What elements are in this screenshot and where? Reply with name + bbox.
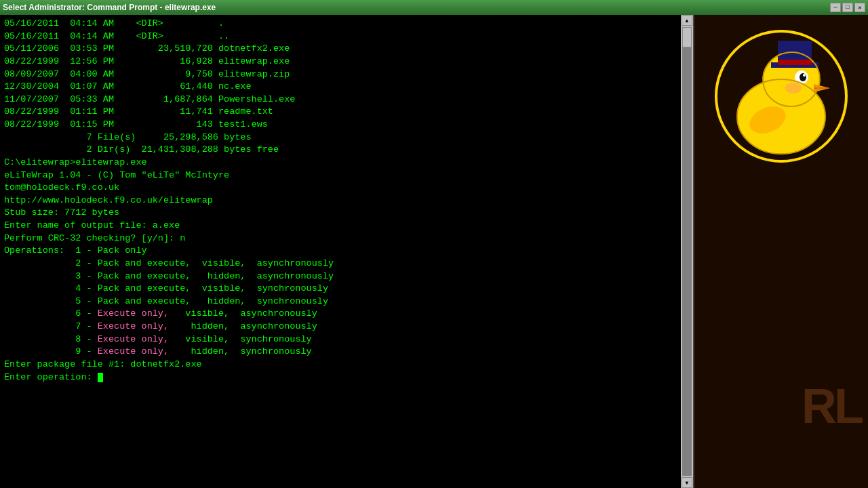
- scrollbar[interactable]: ▲ ▼: [681, 15, 693, 488]
- terminal-line: 11/07/2007 05:33 AM 1,687,864 Powershell…: [4, 94, 689, 106]
- scroll-up-button[interactable]: ▲: [682, 15, 692, 26]
- highlight-text: Execute only,: [98, 321, 169, 331]
- terminal-line: Enter name of output file: a.exe: [4, 220, 689, 232]
- terminal-window[interactable]: 05/16/2011 04:14 AM <DIR> .05/16/2011 04…: [0, 15, 694, 488]
- right-panel: RL: [694, 15, 868, 488]
- terminal-line: 05/16/2011 04:14 AM <DIR> .: [4, 18, 689, 30]
- terminal-line: 4 - Pack and execute, visible, synchrono…: [4, 283, 689, 296]
- terminal-line: 08/22/1999 01:11 PM 11,741 readme.txt: [4, 106, 689, 119]
- terminal-line: 7 - Execute only, hidden, asynchronously: [4, 321, 689, 333]
- terminal-cursor: [98, 373, 103, 382]
- terminal-line: eLiTeWrap 1.04 - (C) Tom "eLiTe" McIntyr…: [4, 169, 689, 182]
- terminal-line: C:\elitewrap>elitewrap.exe: [4, 157, 689, 169]
- terminal-line: 12/30/2004 01:07 AM 61,440 nc.exe: [4, 81, 689, 94]
- terminal-line: 2 Dir(s) 21,431,308,288 bytes free: [4, 144, 689, 157]
- title-bar: Select Administrator: Command Prompt - e…: [0, 0, 868, 15]
- terminal-line: tom@holodeck.f9.co.uk: [4, 182, 689, 195]
- terminal-line: Perform CRC-32 checking? [y/n]: n: [4, 232, 689, 245]
- highlight-text: Execute only,: [98, 334, 169, 344]
- scroll-track[interactable]: [682, 27, 692, 476]
- terminal-line: Enter package file #1: dotnetfx2.exe: [4, 359, 689, 371]
- window-title: Select Administrator: Command Prompt - e…: [3, 3, 216, 12]
- terminal-line: 08/22/1999 12:56 PM 16,928 elitewrap.exe: [4, 56, 689, 68]
- terminal-line: 08/09/2007 04:00 AM 9,750 elitewrap.zip: [4, 68, 689, 81]
- window-controls: ─ □ ✕: [830, 3, 865, 12]
- scroll-thumb[interactable]: [682, 27, 692, 47]
- duck-illustration: [713, 28, 849, 164]
- terminal-line: 7 File(s) 25,298,586 bytes: [4, 131, 689, 144]
- close-button[interactable]: ✕: [854, 3, 865, 12]
- terminal-line: Enter operation:: [4, 371, 689, 384]
- main-layout: 05/16/2011 04:14 AM <DIR> .05/16/2011 04…: [0, 15, 868, 488]
- highlight-text: Execute only,: [98, 308, 169, 319]
- terminal-line: 9 - Execute only, hidden, synchronously: [4, 346, 689, 359]
- highlight-text: Execute only,: [98, 346, 169, 357]
- terminal-content: 05/16/2011 04:14 AM <DIR> .05/16/2011 04…: [0, 15, 693, 488]
- terminal-line: http://www.holodeck.f9.co.uk/elitewrap: [4, 195, 689, 207]
- restore-button[interactable]: □: [842, 3, 853, 12]
- terminal-line: 3 - Pack and execute, hidden, asynchrono…: [4, 270, 689, 283]
- terminal-line: 05/16/2011 04:14 AM <DIR> ..: [4, 30, 689, 43]
- terminal-line: 2 - Pack and execute, visible, asynchron…: [4, 258, 689, 270]
- terminal-line: 6 - Execute only, visible, asynchronousl…: [4, 308, 689, 321]
- terminal-line: Stub size: 7712 bytes: [4, 207, 689, 220]
- duck-canvas: [713, 28, 849, 164]
- minimize-button[interactable]: ─: [830, 3, 841, 12]
- watermark-text: RL: [802, 378, 861, 434]
- terminal-line: 05/11/2006 03:53 PM 23,510,720 dotnetfx2…: [4, 43, 689, 56]
- terminal-line: 5 - Pack and execute, hidden, synchronou…: [4, 296, 689, 308]
- terminal-line: 08/22/1999 01:15 PM 143 test1.ews: [4, 119, 689, 131]
- terminal-line: 8 - Execute only, visible, synchronously: [4, 333, 689, 346]
- terminal-line: Operations: 1 - Pack only: [4, 245, 689, 258]
- scroll-down-button[interactable]: ▼: [682, 477, 692, 488]
